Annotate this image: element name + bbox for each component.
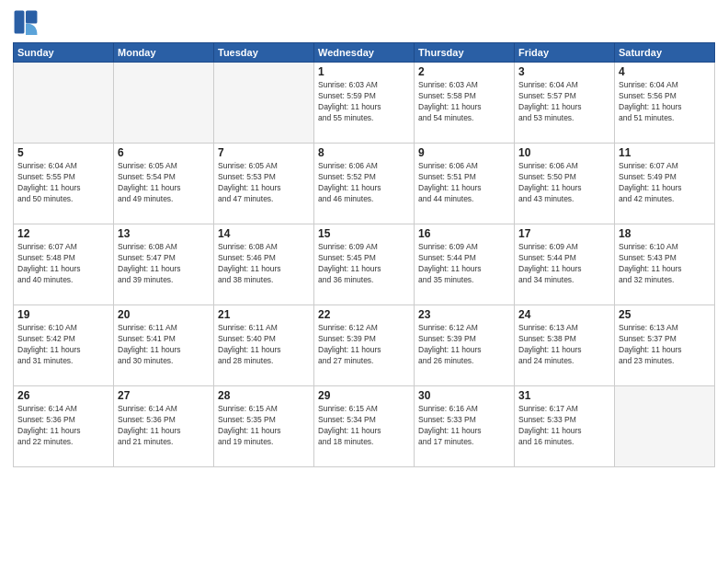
day-number: 23: [418, 308, 510, 321]
day-number: 15: [318, 227, 410, 240]
calendar-cell: 20Sunrise: 6:11 AM Sunset: 5:41 PM Dayli…: [114, 305, 214, 386]
calendar-week-row: 19Sunrise: 6:10 AM Sunset: 5:42 PM Dayli…: [14, 305, 715, 386]
day-info: Sunrise: 6:12 AM Sunset: 5:39 PM Dayligh…: [318, 323, 410, 367]
calendar-cell: 26Sunrise: 6:14 AM Sunset: 5:36 PM Dayli…: [14, 386, 114, 467]
calendar-cell: 11Sunrise: 6:07 AM Sunset: 5:49 PM Dayli…: [615, 144, 715, 224]
calendar-cell: 7Sunrise: 6:05 AM Sunset: 5:53 PM Daylig…: [214, 144, 314, 224]
weekday-header: Tuesday: [214, 43, 314, 63]
calendar-cell: 24Sunrise: 6:13 AM Sunset: 5:38 PM Dayli…: [515, 305, 615, 386]
day-number: 4: [619, 65, 711, 78]
day-info: Sunrise: 6:04 AM Sunset: 5:57 PM Dayligh…: [518, 80, 610, 124]
day-number: 29: [318, 389, 410, 402]
day-number: 26: [17, 389, 109, 402]
day-info: Sunrise: 6:14 AM Sunset: 5:36 PM Dayligh…: [118, 404, 210, 448]
calendar-cell: 29Sunrise: 6:15 AM Sunset: 5:34 PM Dayli…: [314, 386, 415, 467]
day-number: 24: [518, 308, 610, 321]
day-number: 28: [218, 389, 310, 402]
day-info: Sunrise: 6:06 AM Sunset: 5:50 PM Dayligh…: [518, 161, 610, 205]
calendar-cell: 8Sunrise: 6:06 AM Sunset: 5:52 PM Daylig…: [314, 144, 415, 224]
day-info: Sunrise: 6:10 AM Sunset: 5:42 PM Dayligh…: [17, 323, 109, 367]
day-number: 18: [619, 227, 711, 240]
day-info: Sunrise: 6:07 AM Sunset: 5:49 PM Dayligh…: [619, 161, 711, 205]
header: [13, 9, 715, 35]
calendar-cell: 15Sunrise: 6:09 AM Sunset: 5:45 PM Dayli…: [314, 224, 415, 305]
logo-icon: [13, 9, 39, 35]
calendar-week-row: 26Sunrise: 6:14 AM Sunset: 5:36 PM Dayli…: [14, 386, 715, 467]
day-number: 21: [218, 308, 310, 321]
calendar-cell: 18Sunrise: 6:10 AM Sunset: 5:43 PM Dayli…: [615, 224, 715, 305]
weekday-header-row: SundayMondayTuesdayWednesdayThursdayFrid…: [14, 43, 715, 63]
day-number: 12: [17, 227, 109, 240]
day-number: 22: [318, 308, 410, 321]
calendar-cell: 13Sunrise: 6:08 AM Sunset: 5:47 PM Dayli…: [114, 224, 214, 305]
calendar-cell: [14, 63, 114, 144]
day-number: 17: [518, 227, 610, 240]
day-info: Sunrise: 6:13 AM Sunset: 5:37 PM Dayligh…: [619, 323, 711, 367]
svg-rect-0: [15, 11, 25, 34]
weekday-header: Saturday: [615, 43, 715, 63]
day-info: Sunrise: 6:11 AM Sunset: 5:40 PM Dayligh…: [218, 323, 310, 367]
day-info: Sunrise: 6:16 AM Sunset: 5:33 PM Dayligh…: [418, 404, 510, 448]
day-info: Sunrise: 6:15 AM Sunset: 5:35 PM Dayligh…: [218, 404, 310, 448]
calendar-cell: 4Sunrise: 6:04 AM Sunset: 5:56 PM Daylig…: [615, 63, 715, 144]
calendar-week-row: 1Sunrise: 6:03 AM Sunset: 5:59 PM Daylig…: [14, 63, 715, 144]
page: SundayMondayTuesdayWednesdayThursdayFrid…: [0, 0, 728, 563]
day-number: 6: [118, 146, 210, 159]
calendar-cell: [615, 386, 715, 467]
day-number: 2: [418, 65, 510, 78]
svg-rect-1: [26, 11, 37, 24]
day-info: Sunrise: 6:11 AM Sunset: 5:41 PM Dayligh…: [118, 323, 210, 367]
weekday-header: Sunday: [14, 43, 114, 63]
day-info: Sunrise: 6:15 AM Sunset: 5:34 PM Dayligh…: [318, 404, 410, 448]
calendar-cell: 6Sunrise: 6:05 AM Sunset: 5:54 PM Daylig…: [114, 144, 214, 224]
day-number: 10: [518, 146, 610, 159]
day-number: 8: [318, 146, 410, 159]
day-number: 31: [518, 389, 610, 402]
calendar-cell: 10Sunrise: 6:06 AM Sunset: 5:50 PM Dayli…: [515, 144, 615, 224]
day-number: 27: [118, 389, 210, 402]
day-number: 9: [418, 146, 510, 159]
day-info: Sunrise: 6:06 AM Sunset: 5:51 PM Dayligh…: [418, 161, 510, 205]
day-info: Sunrise: 6:03 AM Sunset: 5:59 PM Dayligh…: [318, 80, 410, 124]
weekday-header: Friday: [515, 43, 615, 63]
day-number: 11: [619, 146, 711, 159]
calendar-cell: 1Sunrise: 6:03 AM Sunset: 5:59 PM Daylig…: [314, 63, 415, 144]
calendar-cell: 31Sunrise: 6:17 AM Sunset: 5:33 PM Dayli…: [515, 386, 615, 467]
calendar-cell: 30Sunrise: 6:16 AM Sunset: 5:33 PM Dayli…: [415, 386, 515, 467]
calendar-cell: 3Sunrise: 6:04 AM Sunset: 5:57 PM Daylig…: [515, 63, 615, 144]
calendar-cell: 19Sunrise: 6:10 AM Sunset: 5:42 PM Dayli…: [14, 305, 114, 386]
calendar-cell: [214, 63, 314, 144]
day-info: Sunrise: 6:08 AM Sunset: 5:47 PM Dayligh…: [118, 242, 210, 286]
logo: [13, 9, 40, 35]
calendar: SundayMondayTuesdayWednesdayThursdayFrid…: [13, 42, 715, 467]
day-info: Sunrise: 6:09 AM Sunset: 5:44 PM Dayligh…: [518, 242, 610, 286]
calendar-cell: 22Sunrise: 6:12 AM Sunset: 5:39 PM Dayli…: [314, 305, 415, 386]
calendar-cell: [114, 63, 214, 144]
calendar-cell: 16Sunrise: 6:09 AM Sunset: 5:44 PM Dayli…: [415, 224, 515, 305]
day-number: 25: [619, 308, 711, 321]
calendar-cell: 9Sunrise: 6:06 AM Sunset: 5:51 PM Daylig…: [415, 144, 515, 224]
day-number: 5: [17, 146, 109, 159]
calendar-cell: 2Sunrise: 6:03 AM Sunset: 5:58 PM Daylig…: [415, 63, 515, 144]
calendar-week-row: 12Sunrise: 6:07 AM Sunset: 5:48 PM Dayli…: [14, 224, 715, 305]
day-info: Sunrise: 6:05 AM Sunset: 5:54 PM Dayligh…: [118, 161, 210, 205]
calendar-week-row: 5Sunrise: 6:04 AM Sunset: 5:55 PM Daylig…: [14, 144, 715, 224]
calendar-cell: 17Sunrise: 6:09 AM Sunset: 5:44 PM Dayli…: [515, 224, 615, 305]
day-info: Sunrise: 6:03 AM Sunset: 5:58 PM Dayligh…: [418, 80, 510, 124]
calendar-cell: 27Sunrise: 6:14 AM Sunset: 5:36 PM Dayli…: [114, 386, 214, 467]
calendar-cell: 5Sunrise: 6:04 AM Sunset: 5:55 PM Daylig…: [14, 144, 114, 224]
day-number: 19: [17, 308, 109, 321]
day-number: 20: [118, 308, 210, 321]
day-info: Sunrise: 6:09 AM Sunset: 5:44 PM Dayligh…: [418, 242, 510, 286]
day-number: 13: [118, 227, 210, 240]
day-info: Sunrise: 6:06 AM Sunset: 5:52 PM Dayligh…: [318, 161, 410, 205]
calendar-cell: 28Sunrise: 6:15 AM Sunset: 5:35 PM Dayli…: [214, 386, 314, 467]
day-number: 30: [418, 389, 510, 402]
calendar-cell: 25Sunrise: 6:13 AM Sunset: 5:37 PM Dayli…: [615, 305, 715, 386]
calendar-cell: 21Sunrise: 6:11 AM Sunset: 5:40 PM Dayli…: [214, 305, 314, 386]
calendar-cell: 12Sunrise: 6:07 AM Sunset: 5:48 PM Dayli…: [14, 224, 114, 305]
day-info: Sunrise: 6:12 AM Sunset: 5:39 PM Dayligh…: [418, 323, 510, 367]
weekday-header: Monday: [114, 43, 214, 63]
day-number: 16: [418, 227, 510, 240]
day-info: Sunrise: 6:08 AM Sunset: 5:46 PM Dayligh…: [218, 242, 310, 286]
